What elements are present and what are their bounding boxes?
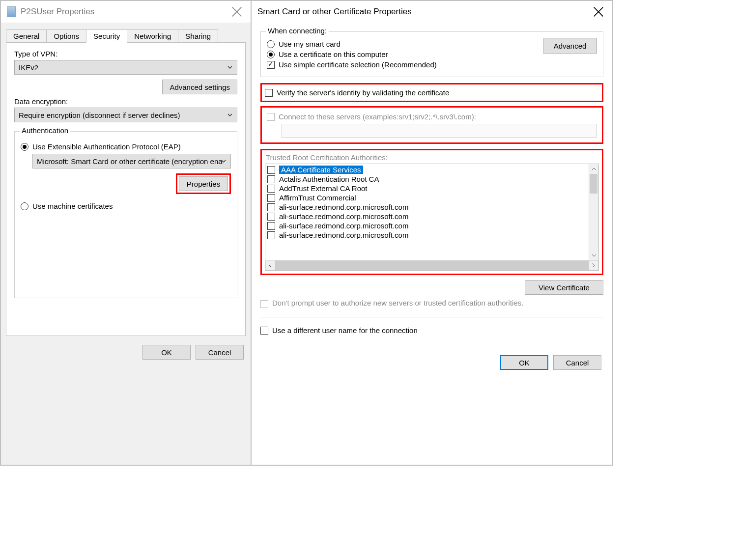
advanced-settings-button[interactable]: Advanced settings <box>162 80 237 94</box>
radio-icon <box>267 40 275 48</box>
use-certificate-label: Use a certificate on this computer <box>279 50 388 58</box>
view-certificate-button[interactable]: View Certificate <box>525 280 603 295</box>
vpn-type-value: IKEv2 <box>19 63 38 72</box>
checkbox-icon <box>267 185 275 193</box>
vpn-type-select[interactable]: IKEv2 <box>14 60 237 75</box>
eap-radio[interactable]: Use Extensible Authentication Protocol (… <box>21 142 231 151</box>
checkbox-icon <box>267 113 275 121</box>
trusted-root-label: Trusted Root Certification Authorities: <box>266 153 599 162</box>
ok-button[interactable]: OK <box>142 345 191 360</box>
advanced-button[interactable]: Advanced <box>543 38 597 54</box>
tab-page-security: Type of VPN: IKEv2 Advanced settings Dat… <box>6 42 246 336</box>
p2suser-properties-dialog: P2SUser Properties General Options Secur… <box>1 1 252 465</box>
checkbox-icon <box>267 61 275 69</box>
ca-item[interactable]: Actalis Authentication Root CA <box>267 174 596 184</box>
radio-icon <box>267 51 275 58</box>
ca-item[interactable]: ali-surface.redmond.corp.microsoft.com <box>267 221 596 230</box>
simple-selection-checkbox[interactable]: Use simple certificate selection (Recomm… <box>267 60 543 69</box>
use-smart-card-radio[interactable]: Use my smart card <box>267 40 543 48</box>
vertical-scrollbar[interactable] <box>589 164 598 260</box>
machine-cert-radio[interactable]: Use machine certificates <box>21 202 231 210</box>
checkbox-icon <box>267 231 275 239</box>
tab-general[interactable]: General <box>6 29 47 43</box>
titlebar-right: Smart Card or other Certificate Properti… <box>252 1 612 23</box>
window-icon <box>7 6 16 17</box>
checkbox-icon <box>260 327 268 335</box>
scroll-right-icon[interactable] <box>589 260 598 270</box>
authentication-group: Authentication Use Extensible Authentica… <box>14 131 237 298</box>
horizontal-scrollbar[interactable] <box>265 260 598 270</box>
window-title: P2SUser Properties <box>21 7 94 17</box>
use-certificate-radio[interactable]: Use a certificate on this computer <box>267 50 543 58</box>
trusted-root-listbox[interactable]: AAA Certificate Services Actalis Authent… <box>265 164 599 271</box>
chevron-down-icon <box>227 111 233 119</box>
ok-button[interactable]: OK <box>500 355 548 370</box>
tab-networking[interactable]: Networking <box>127 29 178 43</box>
eap-radio-label: Use Extensible Authentication Protocol (… <box>32 142 181 151</box>
checkbox-icon <box>267 166 275 174</box>
dont-prompt-label: Don't prompt user to authorize new serve… <box>272 299 523 307</box>
encryption-value: Require encryption (disconnect if server… <box>19 111 180 119</box>
encryption-select[interactable]: Require encryption (disconnect if server… <box>14 108 237 122</box>
connect-servers-label: Connect to these servers (examples:srv1;… <box>279 112 476 121</box>
cancel-button[interactable]: Cancel <box>196 345 244 360</box>
authentication-legend: Authentication <box>20 126 70 135</box>
checkbox-icon <box>267 213 275 221</box>
titlebar-left: P2SUser Properties <box>1 1 251 23</box>
connecting-group: When connecting: Use my smart card Use a… <box>260 31 603 77</box>
tabs: General Options Security Networking Shar… <box>6 29 246 43</box>
radio-icon <box>21 143 28 151</box>
verify-server-checkbox[interactable]: Verify the server's identity by validati… <box>265 88 599 97</box>
ca-item[interactable]: AffirmTrust Commercial <box>267 193 596 202</box>
different-username-checkbox[interactable]: Use a different user name for the connec… <box>260 326 603 335</box>
window-title: Smart Card or other Certificate Properti… <box>257 7 412 17</box>
checkbox-icon <box>267 194 275 202</box>
scroll-track[interactable] <box>275 260 589 270</box>
simple-selection-label: Use simple certificate selection (Recomm… <box>279 60 437 69</box>
machine-cert-label: Use machine certificates <box>32 202 113 210</box>
eap-method-value: Microsoft: Smart Card or other certifica… <box>37 157 223 166</box>
properties-button[interactable]: Properties <box>179 176 228 191</box>
eap-method-select[interactable]: Microsoft: Smart Card or other certifica… <box>32 154 231 168</box>
cancel-button[interactable]: Cancel <box>553 355 601 370</box>
certificate-properties-dialog: Smart Card or other Certificate Properti… <box>252 1 612 465</box>
ca-item[interactable]: AAA Certificate Services <box>267 165 596 174</box>
chevron-down-icon <box>221 157 227 166</box>
scroll-left-icon[interactable] <box>265 260 275 270</box>
tab-options[interactable]: Options <box>46 29 86 43</box>
checkbox-icon <box>267 175 275 183</box>
connecting-legend: When connecting: <box>266 27 329 35</box>
checkbox-icon <box>265 89 273 97</box>
tab-security[interactable]: Security <box>86 29 127 43</box>
different-username-label: Use a different user name for the connec… <box>272 326 418 335</box>
vpn-type-label: Type of VPN: <box>14 50 237 58</box>
scroll-down-icon[interactable] <box>589 251 598 260</box>
close-button[interactable] <box>230 5 244 19</box>
scroll-thumb[interactable] <box>590 174 597 194</box>
encryption-label: Data encryption: <box>14 97 237 106</box>
checkbox-icon <box>260 300 268 308</box>
dont-prompt-checkbox: Don't prompt user to authorize new serve… <box>260 299 603 308</box>
verify-server-label: Verify the server's identity by validati… <box>277 88 449 97</box>
close-button[interactable] <box>592 5 605 19</box>
checkbox-icon <box>267 222 275 230</box>
connect-servers-checkbox: Connect to these servers (examples:srv1;… <box>267 112 597 121</box>
scroll-up-icon[interactable] <box>589 164 598 174</box>
chevron-down-icon <box>227 63 233 72</box>
tab-sharing[interactable]: Sharing <box>178 29 218 43</box>
connect-servers-input <box>282 124 597 138</box>
radio-icon <box>21 202 28 210</box>
ca-item[interactable]: ali-surface.redmond.corp.microsoft.com <box>267 212 596 221</box>
checkbox-icon <box>267 203 275 211</box>
ca-item[interactable]: ali-surface.redmond.corp.microsoft.com <box>267 202 596 212</box>
ca-item[interactable]: ali-surface.redmond.corp.microsoft.com <box>267 230 596 240</box>
ca-item[interactable]: AddTrust External CA Root <box>267 184 596 193</box>
use-smart-card-label: Use my smart card <box>279 40 341 48</box>
